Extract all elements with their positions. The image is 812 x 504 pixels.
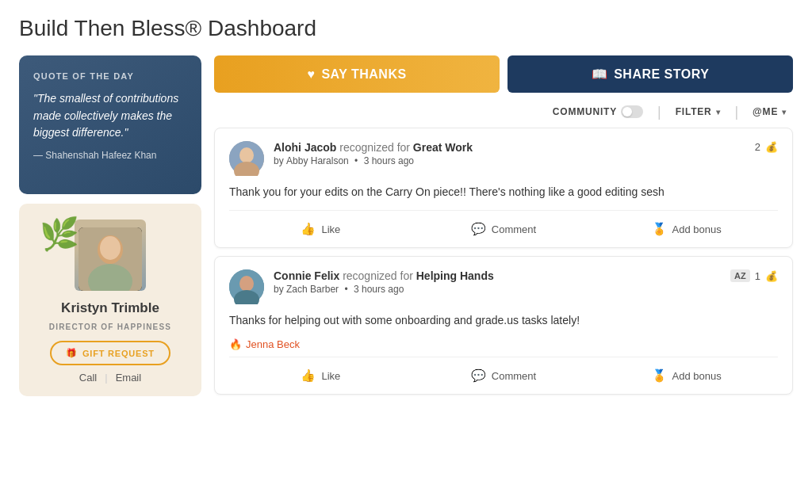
- filter-bar: COMMUNITY | FILTER ▾ | @ME ▾: [214, 102, 793, 121]
- add-bonus-label-1: Add bonus: [672, 223, 722, 235]
- add-bonus-button-1[interactable]: 🏅 Add bonus: [595, 216, 778, 242]
- card-badge-2: Helping Hands: [416, 269, 494, 282]
- card-time-1: 3 hours ago: [364, 155, 414, 166]
- card-user-line-2: Connie Felix recognized for Helping Hand…: [274, 269, 494, 282]
- card-header-2: Connie Felix recognized for Helping Hand…: [229, 269, 778, 304]
- filter-chevron-icon: ▾: [716, 108, 721, 116]
- quote-author: — Shahenshah Hafeez Khan: [33, 150, 187, 161]
- atme-label: @ME: [753, 106, 778, 117]
- card-recognizer-1: Abby Haralson: [286, 155, 349, 166]
- card-badge-1: Great Work: [413, 141, 473, 154]
- filter-dropdown[interactable]: FILTER ▾: [671, 103, 726, 120]
- contact-divider: |: [105, 372, 107, 384]
- card-body-2: Thanks for helping out with some onboard…: [229, 312, 778, 329]
- share-story-button[interactable]: 📖 SHARE STORY: [508, 55, 793, 93]
- atme-dropdown[interactable]: @ME ▾: [748, 103, 791, 120]
- card-meta-1: by Abby Haralson • 3 hours ago: [274, 155, 473, 166]
- card-right-2: AZ 1 💰: [730, 269, 778, 282]
- card-meta-2: by Zach Barber • 3 hours ago: [274, 284, 494, 295]
- fire-icon: 🔥: [229, 338, 242, 350]
- card-recognizer-2: Zach Barber: [286, 284, 339, 295]
- card-user-info-1: Alohi Jacob recognized for Great Work by…: [274, 141, 473, 166]
- svg-point-9: [239, 276, 254, 292]
- comment-label-2: Comment: [492, 370, 536, 382]
- comment-button-2[interactable]: 💬 Comment: [412, 362, 596, 389]
- comment-icon-1: 💬: [471, 222, 486, 236]
- community-filter[interactable]: COMMUNITY: [548, 102, 648, 121]
- filter-label: FILTER: [676, 106, 712, 117]
- coin-icon-2: 💰: [765, 270, 778, 282]
- comment-icon-2: 💬: [471, 368, 486, 383]
- card-by-2: by: [274, 284, 284, 295]
- feed-card-2: Connie Felix recognized for Helping Hand…: [214, 256, 793, 395]
- quote-card: Quote of the Day "The smallest of contri…: [19, 55, 201, 194]
- like-label-1: Like: [321, 223, 340, 235]
- toggle-dot: [622, 107, 632, 116]
- left-sidebar: Quote of the Day "The smallest of contri…: [19, 55, 201, 396]
- like-button-1[interactable]: 👍 Like: [229, 216, 412, 242]
- card-header-left-2: Connie Felix recognized for Helping Hand…: [229, 269, 494, 304]
- card-actions-1: 👍 Like 💬 Comment 🏅 Add bonus: [229, 210, 778, 247]
- profile-illustration: 🌿: [32, 220, 189, 291]
- say-thanks-label: SAY THANKS: [321, 67, 406, 82]
- like-icon-2: 👍: [301, 368, 316, 383]
- avatar-2: [229, 269, 264, 304]
- avatar-1: [229, 141, 264, 176]
- quote-card-title: Quote of the Day: [33, 71, 187, 81]
- svg-point-6: [239, 147, 254, 163]
- filter-bar-divider-2: |: [734, 104, 738, 120]
- action-buttons: ♥ SAY THANKS 📖 SHARE STORY: [214, 55, 793, 93]
- card-user-info-2: Connie Felix recognized for Helping Hand…: [274, 269, 494, 295]
- like-label-2: Like: [321, 370, 340, 382]
- add-bonus-label-2: Add bonus: [672, 370, 722, 382]
- card-time-2: 3 hours ago: [354, 284, 404, 295]
- call-link[interactable]: Call: [79, 372, 97, 384]
- add-bonus-button-2[interactable]: 🏅 Add bonus: [595, 362, 778, 389]
- email-link[interactable]: Email: [116, 372, 142, 384]
- comment-button-1[interactable]: 💬 Comment: [412, 216, 596, 242]
- atme-chevron-icon: ▾: [782, 108, 787, 116]
- share-story-label: SHARE STORY: [614, 67, 709, 82]
- community-toggle[interactable]: [621, 105, 643, 118]
- feed-card-1: Alohi Jacob recognized for Great Work by…: [214, 128, 793, 248]
- card-user-line-1: Alohi Jacob recognized for Great Work: [274, 141, 473, 154]
- card-header-1: Alohi Jacob recognized for Great Work by…: [229, 141, 778, 176]
- az-badge-2: AZ: [730, 269, 750, 282]
- leaves-decoration: 🌿: [40, 216, 79, 253]
- card-user-name-2: Connie Felix: [274, 269, 339, 282]
- like-button-2[interactable]: 👍 Like: [229, 362, 412, 389]
- filter-bar-divider: |: [657, 104, 661, 120]
- card-recognized-label-2: recognized for: [343, 269, 416, 282]
- card-dot-1: •: [354, 155, 358, 166]
- card-header-left-1: Alohi Jacob recognized for Great Work by…: [229, 141, 473, 176]
- gift-btn-label: Gift Request: [82, 349, 155, 358]
- coin-count-1: 2: [755, 141, 760, 153]
- community-label: COMMUNITY: [553, 106, 617, 117]
- like-icon-1: 👍: [301, 222, 316, 236]
- card-by-1: by: [274, 155, 284, 166]
- card-body-1: Thank you for your edits on the Carry On…: [229, 184, 778, 200]
- book-icon: 📖: [592, 67, 608, 82]
- bonus-icon-2: 🏅: [652, 368, 667, 383]
- page-title: Build Then Bless® Dashboard: [19, 16, 793, 41]
- profile-card: 🌿 Kristyn Trimble Director of Happiness: [19, 204, 201, 396]
- card-actions-2: 👍 Like 💬 Comment 🏅 Add bonus: [229, 357, 778, 394]
- card-dot-2: •: [344, 284, 347, 295]
- card-recognized-label-1: recognized for: [339, 141, 413, 154]
- coin-icon-1: 💰: [765, 141, 778, 153]
- card-reaction-2: 🔥 Jenna Beck: [229, 338, 778, 350]
- bonus-icon-1: 🏅: [652, 222, 667, 236]
- card-user-name-1: Alohi Jacob: [274, 141, 336, 154]
- profile-name: Kristyn Trimble: [61, 300, 159, 316]
- gift-request-button[interactable]: 🎁 Gift Request: [50, 341, 170, 365]
- profile-role: Director of Happiness: [49, 323, 171, 331]
- heart-icon: ♥: [307, 67, 315, 82]
- comment-label-1: Comment: [492, 223, 536, 235]
- gift-icon: 🎁: [66, 348, 78, 358]
- reaction-name-2: Jenna Beck: [246, 338, 300, 350]
- right-content: ♥ SAY THANKS 📖 SHARE STORY COMMUNITY |: [214, 55, 793, 403]
- say-thanks-button[interactable]: ♥ SAY THANKS: [214, 55, 500, 93]
- svg-point-4: [100, 236, 121, 260]
- coin-count-2: 1: [755, 270, 760, 282]
- profile-contact: Call | Email: [79, 372, 141, 384]
